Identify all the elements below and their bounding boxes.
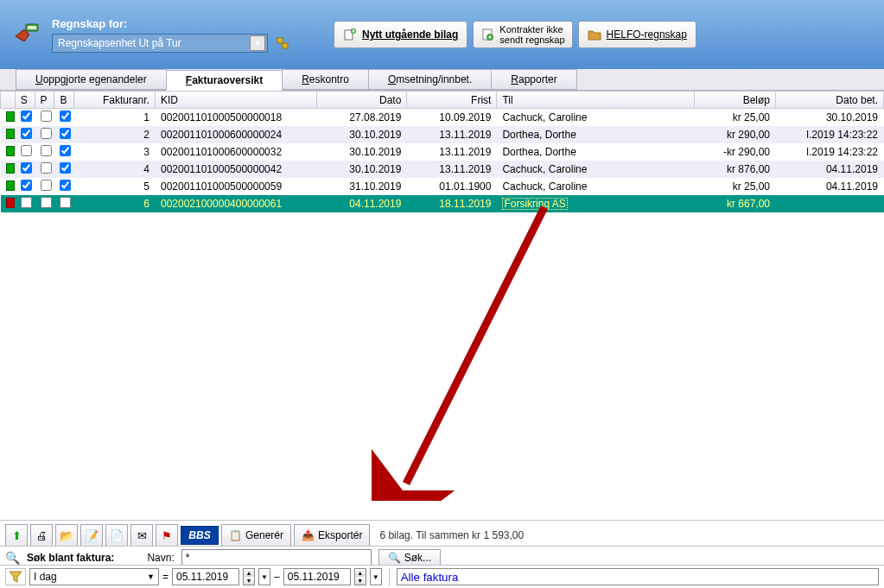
col-s-checkbox[interactable] <box>21 197 32 208</box>
tab-omsetning[interactable]: Omsetning/innbet. <box>368 69 492 90</box>
col-b-checkbox[interactable] <box>60 111 71 122</box>
helfo-label: HELFO-regnskap <box>607 28 687 41</box>
navn-label: Navn: <box>147 552 174 564</box>
col-datobet[interactable]: Dato bet. <box>776 92 884 109</box>
contract-icon <box>480 28 494 41</box>
date-from-spinner[interactable]: ▲▼ <box>243 568 255 585</box>
open-button[interactable]: 📂 <box>55 524 78 547</box>
magnifier-icon: 🔍 <box>388 552 401 564</box>
mail-button[interactable]: ✉ <box>130 524 153 547</box>
col-status[interactable] <box>1 92 16 109</box>
col-s-checkbox[interactable] <box>21 145 32 156</box>
edit-button[interactable]: 📝 <box>80 524 103 547</box>
print-button[interactable]: 🖨 <box>30 524 53 547</box>
col-s-checkbox[interactable] <box>21 162 32 174</box>
col-b-checkbox[interactable] <box>60 162 71 174</box>
dropdown-value: Regnskapsenhet Ut på Tur <box>58 37 181 49</box>
table-row[interactable]: 500200110100050000005931.10.201901.01.19… <box>1 178 884 195</box>
generate-button[interactable]: 📋 Generér <box>221 524 291 547</box>
date-to-input[interactable] <box>283 568 351 585</box>
new-outgoing-label: Nytt utgående bilag <box>362 28 458 41</box>
printer-icon: 🖨 <box>36 529 48 542</box>
document-icon: 📄 <box>110 529 124 542</box>
table-row[interactable]: 600200210000040000006104.11.201918.11.20… <box>1 195 884 212</box>
account-unit-dropdown[interactable]: Regnskapsenhet Ut på Tur ▼ <box>52 34 268 53</box>
search-button[interactable]: 🔍 Søk... <box>378 549 441 566</box>
table-row[interactable]: 200200110100060000002430.10.201913.11.20… <box>1 126 884 143</box>
col-p-checkbox[interactable] <box>41 197 52 208</box>
export-button[interactable]: 📤 Eksportér <box>294 524 370 547</box>
col-s[interactable]: S <box>15 92 35 109</box>
chevron-down-icon[interactable]: ▼ <box>258 568 270 585</box>
status-indicator <box>6 198 15 208</box>
up-arrow-button[interactable]: ⬆ <box>5 524 28 547</box>
helfo-button[interactable]: HELFO-regnskap <box>578 21 696 48</box>
tab-bar: Uoppgjorte egenandeler Fakturaoversikt R… <box>0 69 884 91</box>
status-indicator <box>6 146 15 156</box>
col-belop[interactable]: Beløp <box>695 92 776 109</box>
svg-rect-3 <box>283 43 288 48</box>
flag-button[interactable]: ⚑ <box>156 524 178 547</box>
header-bar: Regnskap for: Regnskapsenhet Ut på Tur ▼… <box>0 0 884 69</box>
configure-icon[interactable] <box>275 35 290 51</box>
tab-rapporter[interactable]: Rapporter <box>491 69 576 90</box>
col-b-checkbox[interactable] <box>60 197 71 208</box>
chevron-down-icon[interactable]: ▼ <box>370 568 382 585</box>
col-b-checkbox[interactable] <box>60 180 71 191</box>
table-header-row: S P B Fakturanr. KID Dato Frist Til Belø… <box>1 92 884 109</box>
col-til[interactable]: Til <box>497 92 695 109</box>
search-name-input[interactable] <box>181 549 372 566</box>
col-p-checkbox[interactable] <box>41 128 52 139</box>
folder-icon <box>588 28 601 41</box>
contracts-not-sent-button[interactable]: Kontrakter ikkesendt regnskap <box>473 21 572 48</box>
table-row[interactable]: 100200110100050000001827.08.201910.09.20… <box>1 109 884 127</box>
edit-icon: 📝 <box>85 529 99 542</box>
col-dato[interactable]: Dato <box>317 92 407 109</box>
generate-icon: 📋 <box>229 529 242 541</box>
col-p-checkbox[interactable] <box>41 180 52 191</box>
tab-reskontro[interactable]: Reskontro <box>282 69 369 90</box>
contracts-line1: Kontrakter ikke <box>499 24 563 35</box>
period-value: I dag <box>34 571 57 583</box>
col-p[interactable]: P <box>35 92 54 109</box>
status-indicator <box>6 111 15 122</box>
col-frist[interactable]: Frist <box>407 92 497 109</box>
col-s-checkbox[interactable] <box>21 180 32 191</box>
status-indicator <box>6 129 15 139</box>
col-b[interactable]: B <box>54 92 74 109</box>
binoculars-icon: 🔍 <box>5 551 20 565</box>
folder-open-icon: 📂 <box>60 529 73 542</box>
filter-text-input[interactable] <box>397 568 879 585</box>
export-icon: 📤 <box>302 529 315 541</box>
mail-icon: ✉ <box>137 529 147 542</box>
svg-rect-2 <box>277 38 283 43</box>
table-row[interactable]: 300200110100060000003230.10.201913.11.20… <box>1 143 884 161</box>
tab-fakturaoversikt[interactable]: Fakturaoversikt <box>166 70 283 91</box>
chevron-down-icon[interactable]: ▼ <box>250 35 265 51</box>
col-p-checkbox[interactable] <box>41 162 52 174</box>
contracts-line2: sendt regnskap <box>499 35 564 45</box>
col-p-checkbox[interactable] <box>41 111 52 122</box>
col-p-checkbox[interactable] <box>41 145 52 156</box>
date-from-input[interactable] <box>172 568 239 585</box>
col-b-checkbox[interactable] <box>60 128 71 139</box>
col-s-checkbox[interactable] <box>21 128 32 139</box>
doc-button[interactable]: 📄 <box>105 524 128 547</box>
col-fakturanr[interactable]: Fakturanr. <box>74 92 156 109</box>
table-row[interactable]: 400200110100050000004230.10.201913.11.20… <box>1 161 884 178</box>
status-indicator <box>6 180 15 191</box>
col-b-checkbox[interactable] <box>60 145 71 156</box>
col-s-checkbox[interactable] <box>21 111 32 122</box>
period-select[interactable]: I dag ▼ <box>29 568 159 585</box>
equals-label: = <box>162 571 169 583</box>
chevron-down-icon: ▼ <box>147 572 155 581</box>
bbs-logo: BBS <box>181 526 219 545</box>
svg-rect-1 <box>28 26 36 29</box>
filter-icon[interactable] <box>5 568 26 585</box>
new-outgoing-button[interactable]: Nytt utgående bilag <box>334 21 467 48</box>
tab-uoppgjorte[interactable]: Uoppgjorte egenandeler <box>16 69 167 90</box>
col-kid[interactable]: KID <box>155 92 316 109</box>
flag-icon: ⚑ <box>162 529 172 542</box>
new-doc-icon <box>343 28 357 41</box>
date-to-spinner[interactable]: ▲▼ <box>354 568 366 585</box>
